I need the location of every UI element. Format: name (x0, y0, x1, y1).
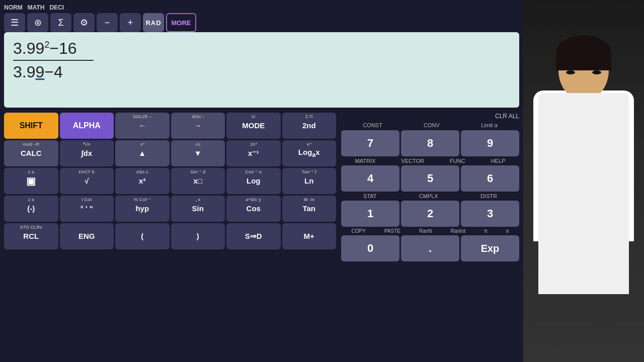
up-arrow-button[interactable]: x² ▲ (115, 140, 170, 166)
mode-button[interactable]: x! MODE (226, 113, 281, 139)
ranint-label: RanInt (451, 228, 465, 234)
left-arrow-button[interactable]: SOLVE − ← (115, 113, 170, 139)
right-keypad: CLR ALL CONST CONV Limit α 7 8 (341, 113, 519, 358)
keypad-area: SHIFT ALPHA SOLVE − ← d/dx : → x! (4, 113, 519, 358)
const-label: CONST (363, 122, 382, 128)
tan-button[interactable]: M- m Tan (282, 196, 337, 222)
rann-label: RanN (419, 228, 432, 234)
copy-label: COPY (352, 228, 366, 234)
stat-label: STAT (363, 193, 376, 199)
decimal-button[interactable]: . (401, 235, 459, 261)
num-row-456: 4 5 6 (341, 165, 519, 192)
key-4[interactable]: 4 (341, 165, 399, 192)
person-hair (556, 35, 611, 70)
func-label: FUNC (450, 158, 465, 164)
ln-button[interactable]: Tan⁻¹ f Ln (282, 168, 337, 194)
webcam-area (523, 0, 644, 362)
conv-label: CONV (424, 122, 440, 128)
down-arrow-button[interactable]: √u ▼ (171, 140, 225, 166)
toolbar: ☰ ⊛ Σ ⚙ − + RAD MORE (4, 13, 519, 32)
help-label: HELP (491, 158, 506, 164)
num-row-789: 7 8 9 (341, 130, 519, 156)
key-row-2: mod −R CALC ⁴√n ∫dx x² ▲ √u ▼ (4, 140, 336, 166)
key-2[interactable]: 2 (401, 201, 459, 227)
fraction-button[interactable]: z a ▣ (4, 168, 58, 194)
open-paren-button[interactable]: ( (115, 223, 170, 249)
key-9[interactable]: 9 (461, 130, 519, 156)
deci-label: DECI (49, 4, 64, 11)
more-label: MORE (172, 19, 191, 27)
settings-button[interactable]: ⚙ (73, 13, 95, 32)
key-row-1: SHIFT ALPHA SOLVE − ← d/dx : → x! (4, 113, 336, 139)
right-labels-row3: STAT CMPLX DISTR (341, 193, 519, 199)
hyp-button[interactable]: % Cot⁻¹ hyp (115, 196, 170, 222)
denominator: 3.99−4 (13, 63, 510, 81)
calculator-display: 3.992−16 3.99−4 (4, 32, 519, 108)
x-squared-button[interactable]: Abs c x² (115, 168, 170, 194)
calc-button[interactable]: mod −R CALC (4, 140, 58, 166)
integral-button[interactable]: ⁴√n ∫dx (60, 140, 114, 166)
more-button[interactable]: MORE (166, 13, 196, 32)
key-0[interactable]: 0 (341, 235, 399, 261)
fraction-display: 3.992−16 3.99−4 (13, 39, 510, 81)
calculator-page: NORM MATH DECI ☰ ⊛ Σ ⚙ − + (0, 0, 644, 362)
close-paren-button[interactable]: ) (171, 223, 225, 249)
log-base-button[interactable]: eˣ Logax (282, 140, 337, 166)
degree-button[interactable]: I Cot ° ' " (60, 196, 114, 222)
clr-all-button[interactable]: CLR ALL (495, 113, 519, 120)
mode-labels: NORM MATH DECI (4, 4, 519, 11)
eng-button[interactable]: ENG (60, 223, 114, 249)
rad-label: RAD (145, 19, 161, 27)
x-inverse-button[interactable]: 10ˣ x⁻¹ (226, 140, 281, 166)
clr-all-row: CLR ALL (341, 113, 519, 120)
sigma-button[interactable]: Σ (50, 13, 71, 32)
vector-label: VECTOR (401, 158, 424, 164)
calculator: NORM MATH DECI ☰ ⊛ Σ ⚙ − + (0, 0, 523, 362)
cos-button[interactable]: a^b/c y Cos (226, 196, 281, 222)
sin-button[interactable]: , x Sin (171, 196, 225, 222)
m-plus-button[interactable]: M+ (282, 223, 337, 249)
num-row-123: 1 2 3 (341, 201, 519, 227)
key-row-5: STO CLRv RCL ENG ( ) S⇒D (4, 223, 336, 249)
rcl-button[interactable]: STO CLRv RCL (4, 223, 58, 249)
rad-button[interactable]: RAD (143, 13, 164, 32)
webcam-person (523, 0, 644, 362)
planet-button[interactable]: ⊛ (27, 13, 48, 32)
sigma-icon: Σ (58, 18, 63, 28)
minus-button[interactable]: − (97, 13, 118, 32)
norm-label: NORM (4, 4, 23, 11)
cmplx-label: CMPLX (419, 193, 438, 199)
plus-button[interactable]: + (120, 13, 141, 32)
settings-icon: ⚙ (80, 17, 88, 28)
s-to-d-button[interactable]: S⇒D (226, 223, 281, 249)
planet-icon: ⊛ (34, 17, 42, 28)
math-label: MATH (28, 4, 45, 11)
right-labels-row2: MATRIX VECTOR FUNC HELP (341, 158, 519, 164)
negative-button[interactable]: z a (-) (4, 196, 58, 222)
alpha-button[interactable]: ALPHA (60, 113, 114, 139)
left-keypad: SHIFT ALPHA SOLVE − ← d/dx : → x! (4, 113, 336, 358)
right-arrow-button[interactable]: d/dx : → (171, 113, 225, 139)
key-6[interactable]: 6 (461, 165, 519, 192)
key-3[interactable]: 3 (461, 201, 519, 227)
paste-label: PASTE (384, 228, 400, 234)
pi-label: π (484, 228, 488, 234)
x-power-button[interactable]: Sin⁻¹ d x□ (171, 168, 225, 194)
limit-label: Limit α (481, 122, 498, 128)
key-5[interactable]: 5 (401, 165, 459, 192)
log-button[interactable]: Cos⁻¹ e Log (226, 168, 281, 194)
key-row-3: z a ▣ FACT b √ Abs c x² Sin⁻¹ d x□ (4, 168, 336, 194)
e-label: e (506, 228, 509, 234)
key-7[interactable]: 7 (341, 130, 399, 156)
shift-button[interactable]: SHIFT (4, 113, 58, 139)
menu-button[interactable]: ☰ (4, 13, 25, 32)
person-eyes (564, 70, 604, 75)
matrix-label: MATRIX (355, 158, 376, 164)
exp-button[interactable]: Exp (461, 235, 519, 261)
sqrt-button[interactable]: FACT b √ (60, 168, 114, 194)
key-8[interactable]: 8 (401, 130, 459, 156)
2nd-button[interactable]: Σ Π 2nd (282, 113, 337, 139)
numerator: 3.992−16 (13, 39, 94, 61)
key-1[interactable]: 1 (341, 201, 399, 227)
key-row-4: z a (-) I Cot ° ' " % Cot⁻¹ hyp , x Sin (4, 196, 336, 222)
